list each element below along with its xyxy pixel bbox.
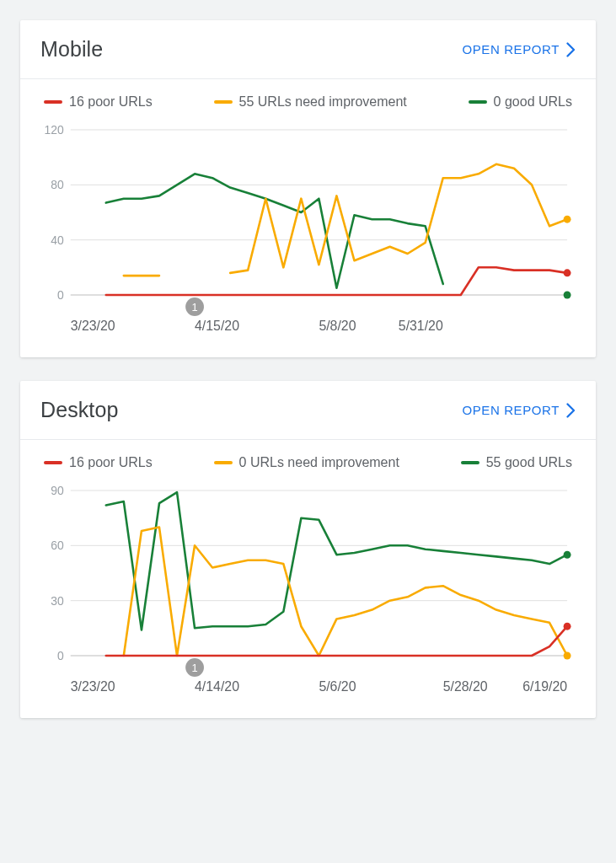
svg-point-8	[564, 292, 571, 299]
legend-label-good: 55 good URLs	[486, 455, 572, 470]
svg-text:5/28/20: 5/28/20	[443, 679, 488, 694]
swatch-poor	[44, 461, 62, 464]
legend-label-good: 0 good URLs	[494, 94, 572, 110]
svg-text:0: 0	[57, 288, 64, 302]
legend-label-needs: 0 URLs need improvement	[239, 455, 399, 470]
chart-area: 040801203/23/204/15/205/8/205/31/201	[20, 110, 596, 357]
svg-point-27	[564, 623, 571, 630]
svg-text:1: 1	[191, 661, 197, 673]
svg-point-26	[564, 652, 571, 660]
svg-text:80: 80	[51, 178, 64, 191]
svg-text:120: 120	[45, 123, 64, 137]
chevron-right-icon	[566, 42, 576, 57]
panel-title: Mobile	[40, 37, 103, 62]
panel-header: Desktop OPEN REPORT	[20, 381, 596, 440]
legend-item-good: 55 good URLs	[461, 455, 572, 470]
line-chart-desktop: 03060903/23/204/14/205/6/205/28/206/19/2…	[40, 480, 576, 700]
open-report-label: OPEN REPORT	[462, 403, 560, 417]
svg-point-9	[564, 216, 571, 223]
swatch-needs	[214, 100, 233, 104]
swatch-poor	[44, 100, 62, 104]
svg-text:60: 60	[51, 539, 64, 552]
svg-text:5/6/20: 5/6/20	[319, 679, 356, 694]
svg-point-10	[564, 269, 571, 276]
svg-text:1: 1	[191, 300, 197, 313]
swatch-needs	[214, 461, 233, 464]
svg-point-25	[564, 551, 571, 559]
panel-title: Desktop	[40, 398, 118, 422]
legend-item-needs: 55 URLs need improvement	[214, 94, 407, 110]
swatch-good	[461, 461, 479, 464]
legend-item-poor: 16 poor URLs	[44, 94, 153, 110]
legend-item-poor: 16 poor URLs	[44, 455, 153, 470]
svg-text:90: 90	[51, 484, 64, 497]
legend-label-poor: 16 poor URLs	[69, 94, 153, 110]
legend: 16 poor URLs 0 URLs need improvement 55 …	[20, 440, 596, 470]
legend-label-needs: 55 URLs need improvement	[239, 94, 407, 110]
svg-text:30: 30	[51, 594, 64, 608]
panel-mobile: Mobile OPEN REPORT 16 poor URLs 55 URLs …	[20, 20, 596, 357]
legend-label-poor: 16 poor URLs	[69, 455, 153, 470]
open-report-button[interactable]: OPEN REPORT	[462, 42, 576, 57]
svg-text:5/8/20: 5/8/20	[319, 319, 356, 333]
svg-text:4/15/20: 4/15/20	[195, 319, 239, 333]
panel-desktop: Desktop OPEN REPORT 16 poor URLs 0 URLs …	[20, 381, 596, 718]
legend-item-needs: 0 URLs need improvement	[214, 455, 399, 470]
svg-text:3/23/20: 3/23/20	[71, 319, 115, 333]
chart-area: 03060903/23/204/14/205/6/205/28/206/19/2…	[20, 470, 596, 718]
chevron-right-icon	[566, 403, 576, 418]
swatch-good	[469, 100, 487, 104]
legend-item-good: 0 good URLs	[469, 94, 572, 110]
svg-text:40: 40	[51, 233, 64, 247]
svg-text:6/19/20: 6/19/20	[522, 679, 567, 694]
svg-text:5/31/20: 5/31/20	[399, 319, 443, 333]
line-chart-mobile: 040801203/23/204/15/205/8/205/31/201	[40, 120, 576, 339]
legend: 16 poor URLs 55 URLs need improvement 0 …	[20, 79, 596, 110]
svg-text:3/23/20: 3/23/20	[71, 679, 115, 694]
open-report-label: OPEN REPORT	[462, 42, 560, 56]
svg-text:4/14/20: 4/14/20	[195, 679, 239, 694]
open-report-button[interactable]: OPEN REPORT	[462, 403, 576, 418]
svg-text:0: 0	[57, 649, 64, 662]
panel-header: Mobile OPEN REPORT	[20, 20, 596, 79]
